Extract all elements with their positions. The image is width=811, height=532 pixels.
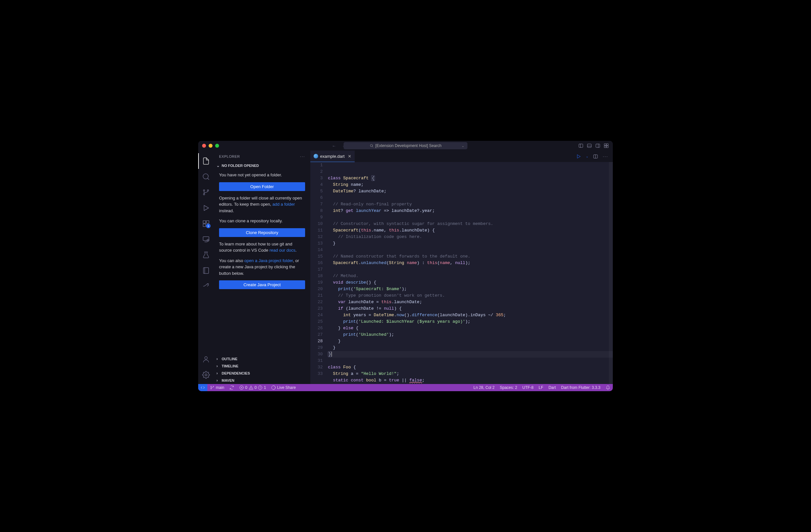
svg-rect-8 <box>605 144 606 146</box>
git-branch-icon <box>202 188 210 196</box>
section-dependencies[interactable]: › DEPENDENCIES <box>214 370 310 377</box>
activity-testing[interactable] <box>198 247 214 263</box>
nav-back-icon[interactable]: ← <box>332 143 336 148</box>
bell-icon <box>606 385 610 390</box>
chevron-right-icon: › <box>216 371 220 376</box>
clone-repository-button[interactable]: Clone Repository <box>219 228 305 237</box>
msg-no-folder: You have not yet opened a folder. <box>219 172 305 178</box>
svg-rect-6 <box>596 144 600 148</box>
activity-settings[interactable] <box>198 367 214 383</box>
status-branch[interactable]: main <box>207 384 227 391</box>
section-maven[interactable]: › MAVEN <box>214 377 310 384</box>
status-indent[interactable]: Spaces: 2 <box>497 385 520 390</box>
activity-source-control[interactable] <box>198 184 214 200</box>
svg-rect-20 <box>203 224 206 227</box>
svg-point-28 <box>205 374 207 376</box>
status-language[interactable]: Dart <box>546 385 559 390</box>
chevron-down-icon: ⌄ <box>216 163 220 168</box>
svg-marker-29 <box>577 154 580 158</box>
sidebar-body: You have not yet opened a folder. Open F… <box>214 169 310 355</box>
editor-area: example.dart ✕ ⌄ ··· 1234567891011121314… <box>310 151 613 384</box>
section-timeline[interactable]: › TIMELINE <box>214 363 310 370</box>
svg-rect-10 <box>605 146 606 148</box>
debug-icon <box>202 204 210 212</box>
section-no-folder[interactable]: ⌄ NO FOLDER OPENED <box>214 162 310 169</box>
chevron-down-icon[interactable]: ⌄ <box>586 154 588 158</box>
code-content[interactable]: class Spacecraft { String name; DateTime… <box>328 162 613 384</box>
status-liveshare[interactable]: Live Share <box>269 384 298 391</box>
chevron-right-icon: › <box>216 364 220 368</box>
open-java-link[interactable]: open a Java project folder <box>244 258 293 263</box>
more-actions-icon[interactable]: ··· <box>603 154 608 159</box>
tab-example-dart[interactable]: example.dart ✕ <box>310 151 355 162</box>
toggle-secondary-sidebar-icon[interactable] <box>595 143 600 148</box>
svg-rect-11 <box>607 146 608 148</box>
run-icon[interactable] <box>576 154 581 159</box>
sidebar-header: EXPLORER ··· <box>214 151 310 162</box>
status-problems[interactable]: 0 0 1 <box>236 384 269 391</box>
command-center-search[interactable]: [Extension Development Host] Search ⌄ <box>343 142 468 149</box>
remote-icon <box>200 385 205 390</box>
dart-file-icon <box>313 154 318 158</box>
activity-remote-explorer[interactable] <box>198 231 214 247</box>
layout-controls <box>578 143 609 148</box>
status-flutter[interactable]: Dart from Flutter: 3.3.3 <box>558 385 603 390</box>
open-folder-button[interactable]: Open Folder <box>219 182 305 191</box>
create-java-project-button[interactable]: Create Java Project <box>219 280 305 289</box>
activity-explorer[interactable] <box>198 153 214 169</box>
add-folder-link[interactable]: add a folder <box>273 202 295 207</box>
editor-actions: ⌄ ··· <box>576 151 613 162</box>
liveshare-icon <box>271 385 276 390</box>
activity-search[interactable] <box>198 169 214 184</box>
search-placeholder: [Extension Development Host] Search <box>376 143 442 148</box>
maximize-window-button[interactable] <box>215 144 219 148</box>
main: 1 <box>198 151 613 384</box>
status-cursor[interactable]: Ln 28, Col 2 <box>471 385 498 390</box>
status-encoding[interactable]: UTF-8 <box>520 385 536 390</box>
close-icon[interactable]: ✕ <box>348 154 351 159</box>
editor-tabs: example.dart ✕ ⌄ ··· <box>310 151 613 162</box>
window-controls <box>202 144 219 148</box>
scrollbar[interactable] <box>609 162 613 384</box>
activity-java[interactable] <box>198 263 214 278</box>
msg-close-editors: Opening a folder will close all currentl… <box>219 195 305 214</box>
read-docs-link[interactable]: read our docs <box>270 248 296 253</box>
activity-bottom <box>198 351 214 383</box>
chevron-down-icon[interactable]: ⌄ <box>462 144 464 148</box>
activity-extensions[interactable]: 1 <box>198 216 214 231</box>
status-sync[interactable] <box>227 384 236 391</box>
error-icon <box>239 385 244 390</box>
split-editor-icon[interactable] <box>593 154 598 159</box>
files-icon <box>202 157 210 165</box>
gear-icon <box>202 371 210 379</box>
section-outline[interactable]: › OUTLINE <box>214 355 310 363</box>
svg-rect-21 <box>203 237 209 241</box>
sync-icon <box>229 385 234 390</box>
svg-point-42 <box>260 386 260 387</box>
status-notifications[interactable] <box>603 385 613 390</box>
book-icon <box>202 267 210 274</box>
status-eol[interactable]: LF <box>536 385 546 390</box>
sidebar: EXPLORER ··· ⌄ NO FOLDER OPENED You have… <box>214 151 310 384</box>
activity-share[interactable] <box>198 278 214 294</box>
svg-line-1 <box>372 146 373 147</box>
search-icon <box>202 173 210 181</box>
search-icon <box>370 144 373 148</box>
toggle-panel-icon[interactable] <box>587 143 592 148</box>
statusbar: main 0 0 1 Live Share Ln 28, Col 2 Space… <box>198 384 613 391</box>
more-actions-icon[interactable]: ··· <box>300 154 305 158</box>
svg-rect-25 <box>203 268 209 273</box>
svg-rect-2 <box>579 144 583 148</box>
remote-indicator[interactable] <box>198 384 207 391</box>
editor[interactable]: 1234567891011121314151617181920212223242… <box>310 162 613 384</box>
svg-rect-18 <box>203 221 206 223</box>
svg-point-27 <box>205 356 207 359</box>
activity-accounts[interactable] <box>198 351 214 367</box>
close-window-button[interactable] <box>202 144 206 148</box>
activity-run-debug[interactable] <box>198 200 214 216</box>
no-folder-label: NO FOLDER OPENED <box>221 164 259 168</box>
toggle-primary-sidebar-icon[interactable] <box>578 143 583 148</box>
vscode-window: ← → [Extension Development Host] Search … <box>198 141 613 391</box>
minimize-window-button[interactable] <box>209 144 213 148</box>
customize-layout-icon[interactable] <box>604 143 609 148</box>
